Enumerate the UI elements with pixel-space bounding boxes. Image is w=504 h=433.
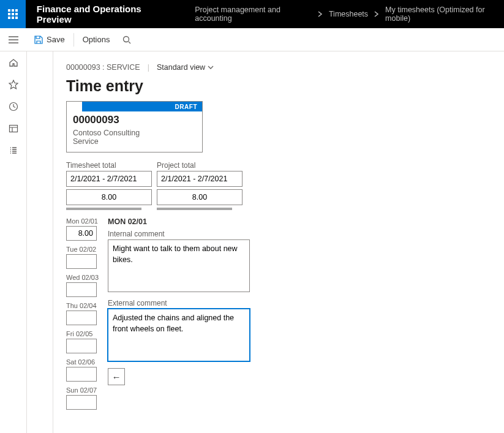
underline	[66, 208, 141, 210]
top-bar: Finance and Operations Preview Project m…	[0, 0, 504, 28]
options-button[interactable]: Options	[75, 28, 118, 51]
project-range-input[interactable]	[157, 171, 243, 187]
day-label: Tue 02/02	[66, 246, 100, 253]
project-total-col: Project total	[157, 161, 243, 210]
page-title: Time entry	[66, 77, 491, 95]
timesheet-total-label: Timesheet total	[66, 161, 152, 170]
chevron-down-icon	[208, 66, 214, 69]
view-label: Standard view	[157, 63, 205, 72]
timesheet-total-col: Timesheet total	[66, 161, 152, 210]
project-sum-input[interactable]	[157, 189, 243, 205]
chevron-right-icon	[318, 11, 323, 17]
external-comment-label: External comment	[108, 299, 250, 307]
day-label: Mon 02/01	[66, 217, 100, 225]
day-fri: Fri 02/05	[66, 330, 100, 353]
search-button[interactable]	[117, 28, 137, 51]
svg-point-0	[124, 36, 129, 42]
workspace-icon	[9, 124, 18, 134]
save-icon	[34, 36, 43, 44]
save-button[interactable]: Save	[27, 28, 72, 51]
days-column: Mon 02/01 Tue 02/02 Wed 02/03 Thu 02/04 …	[66, 217, 100, 415]
back-button[interactable]: ←	[108, 368, 125, 385]
day-input-sun[interactable]	[66, 395, 97, 410]
card-doc-id: 00000093	[73, 114, 196, 126]
breadcrumb: Project management and accounting Timesh…	[182, 6, 504, 23]
day-label: Sat 02/06	[66, 358, 100, 366]
entry-row: Mon 02/01 Tue 02/02 Wed 02/03 Thu 02/04 …	[66, 217, 491, 415]
detail-panel: MON 02/01 Internal comment External comm…	[108, 217, 250, 415]
day-input-tue[interactable]	[66, 254, 97, 269]
detail-header: MON 02/01	[108, 217, 250, 226]
day-input-wed[interactable]	[66, 282, 97, 297]
breadcrumb-item[interactable]: My timesheets (Optimized for mobile)	[385, 6, 504, 23]
command-bar: Save Options	[0, 28, 504, 51]
timesheet-range-input[interactable]	[66, 171, 152, 187]
menu-icon	[9, 36, 18, 43]
left-nav-rail	[0, 51, 27, 433]
nav-home[interactable]	[0, 51, 27, 73]
day-label: Sun 02/07	[66, 386, 100, 394]
waffle-icon	[8, 9, 18, 19]
subheader: 00000093 : SERVICE | Standard view	[66, 59, 491, 76]
card-customer: Contoso Consulting	[73, 129, 196, 137]
save-label: Save	[47, 35, 65, 44]
app-title: Finance and Operations Preview	[26, 4, 182, 24]
nav-workspaces[interactable]	[0, 118, 27, 140]
menu-toggle-button[interactable]	[0, 28, 27, 51]
day-input-sat[interactable]	[66, 367, 97, 382]
day-sat: Sat 02/06	[66, 358, 100, 382]
view-selector[interactable]: Standard view	[157, 63, 214, 72]
card-service: Service	[73, 137, 196, 146]
breadcrumb-item[interactable]: Timesheets	[329, 10, 368, 18]
nav-modules[interactable]	[0, 140, 27, 162]
list-icon	[9, 146, 18, 156]
day-tue: Tue 02/02	[66, 246, 100, 269]
underline	[157, 208, 232, 210]
timesheet-sum-input[interactable]	[66, 189, 152, 205]
separator: |	[148, 63, 149, 72]
day-label: Fri 02/05	[66, 330, 100, 337]
nav-recent[interactable]	[0, 96, 27, 118]
svg-rect-2	[10, 126, 18, 132]
options-label: Options	[83, 35, 110, 44]
day-label: Wed 02/03	[66, 274, 100, 281]
star-icon	[9, 80, 18, 89]
day-mon: Mon 02/01	[66, 217, 100, 241]
separator	[73, 33, 74, 47]
external-comment-input[interactable]	[108, 309, 250, 361]
app-launcher-button[interactable]	[0, 0, 26, 28]
nav-favorites[interactable]	[0, 73, 27, 96]
internal-comment-label: Internal comment	[108, 230, 250, 238]
content-area: 00000093 : SERVICE | Standard view Time …	[53, 51, 504, 433]
day-wed: Wed 02/03	[66, 274, 100, 297]
arrow-left-icon: ←	[112, 372, 121, 382]
project-total-label: Project total	[157, 161, 243, 170]
timesheet-card[interactable]: DRAFT 00000093 Contoso Consulting Servic…	[66, 101, 203, 152]
day-thu: Thu 02/04	[66, 302, 100, 325]
record-id-label: 00000093 : SERVICE	[66, 63, 140, 72]
status-badge: DRAFT	[82, 102, 202, 111]
internal-comment-input[interactable]	[108, 239, 250, 292]
clock-icon	[9, 102, 18, 111]
day-input-thu[interactable]	[66, 311, 97, 325]
day-input-mon[interactable]	[66, 226, 97, 241]
day-label: Thu 02/04	[66, 302, 100, 309]
breadcrumb-item[interactable]: Project management and accounting	[195, 6, 312, 23]
totals-row: Timesheet total Project total	[66, 161, 491, 210]
chevron-right-icon	[374, 11, 379, 17]
day-sun: Sun 02/07	[66, 386, 100, 410]
day-input-fri[interactable]	[66, 339, 97, 353]
home-icon	[9, 58, 18, 67]
search-icon	[122, 36, 131, 44]
